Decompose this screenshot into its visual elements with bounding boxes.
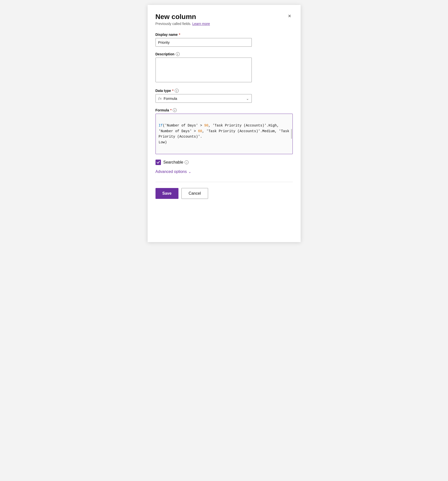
formula-info-icon: i [173, 108, 177, 112]
close-button[interactable]: × [287, 13, 293, 19]
formula-if-keyword: If [159, 124, 163, 127]
dialog-subtitle: Previously called fields. Learn more [156, 22, 293, 26]
formula-required-star: * [170, 108, 172, 112]
searchable-info-icon: i [185, 160, 189, 164]
dialog-title: New column [156, 13, 196, 21]
description-input[interactable] [156, 58, 252, 82]
data-type-select[interactable]: ƒx Formula ⌄ [156, 94, 252, 103]
cancel-button[interactable]: Cancel [181, 188, 208, 199]
description-label: Description i [156, 52, 293, 56]
data-type-value: Formula [164, 96, 244, 101]
formula-editor[interactable]: If('Number of Days' > 90, 'Task Priority… [156, 114, 293, 154]
save-button[interactable]: Save [156, 188, 178, 199]
new-column-dialog: New column × Previously called fields. L… [148, 5, 301, 242]
display-name-label: Display name * [156, 33, 293, 37]
formula-number-60: 60 [198, 129, 202, 133]
subtitle-text: Previously called fields. [156, 22, 192, 26]
data-type-label: Data type * i [156, 89, 293, 93]
description-group: Description i [156, 52, 293, 83]
searchable-label: Searchable i [163, 160, 189, 165]
formula-label: Formula * i [156, 108, 293, 112]
data-type-required-star: * [172, 89, 174, 93]
formula-group: Formula * i If('Number of Days' > 90, 'T… [156, 108, 293, 154]
required-star: * [179, 33, 180, 37]
display-name-group: Display name * [156, 33, 293, 47]
formula-scrollbar [291, 129, 292, 139]
advanced-options-row[interactable]: Advanced options ⌄ [156, 169, 293, 174]
footer-buttons: Save Cancel [156, 188, 293, 199]
formula-number-90: 90 [204, 124, 208, 127]
learn-more-link[interactable]: Learn more [192, 22, 210, 26]
searchable-checkbox[interactable] [156, 160, 161, 165]
data-type-select-wrapper: ƒx Formula ⌄ [156, 94, 252, 103]
display-name-input[interactable] [156, 38, 252, 47]
data-type-group: Data type * i ƒx Formula ⌄ [156, 89, 293, 103]
data-type-chevron-icon: ⌄ [246, 97, 249, 101]
footer-divider [156, 182, 293, 182]
description-info-icon: i [176, 52, 180, 56]
advanced-options-chevron-icon: ⌄ [188, 170, 191, 174]
searchable-row: Searchable i [156, 160, 293, 165]
dialog-header: New column × [156, 13, 293, 21]
data-type-info-icon: i [175, 89, 179, 93]
formula-fx-icon: ƒx [158, 96, 162, 101]
formula-content: If('Number of Days' > 90, 'Task Priority… [159, 117, 290, 150]
advanced-options-label: Advanced options [156, 169, 187, 174]
